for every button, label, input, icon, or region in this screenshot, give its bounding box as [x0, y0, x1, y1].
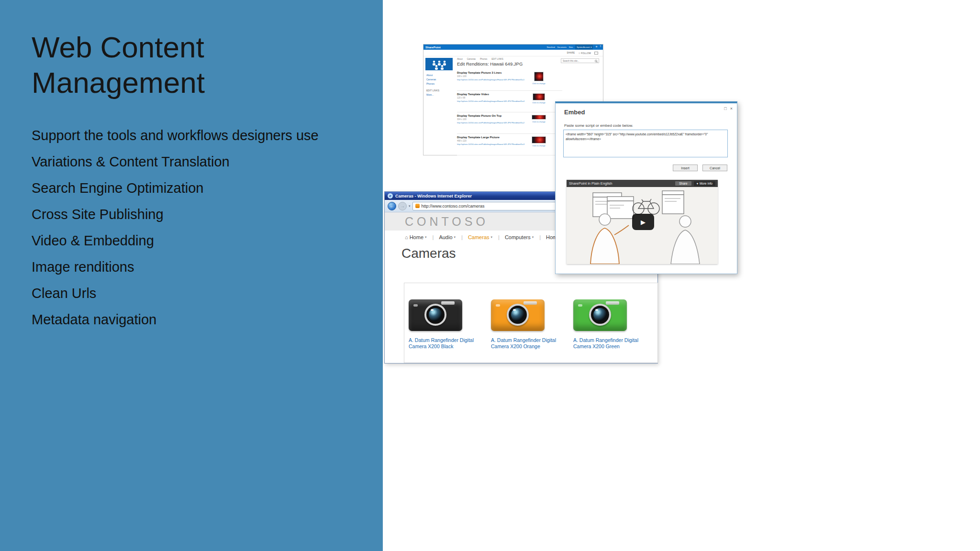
maximize-icon[interactable]: □ — [724, 106, 726, 111]
forward-arrow-icon: → — [400, 203, 405, 209]
search-box — [561, 58, 599, 63]
rendition-section: Display Template Video 120 x 68 http://s… — [457, 91, 562, 112]
favicon — [415, 204, 420, 208]
renditions-list: Display Template Picture 3 Lines 100 x 1… — [457, 69, 562, 155]
home-icon: ⌂ — [405, 234, 408, 240]
rendition-title: Display Template Picture On Top — [457, 114, 562, 117]
nav-item-computers[interactable]: Computers ▾ — [505, 234, 541, 240]
rendition-url[interactable]: http://sphere-10150.sites.net/Publishing… — [457, 78, 528, 81]
product-link[interactable]: A. Datum Rangefinder Digital Camera X200… — [409, 337, 480, 350]
sidebar-item-about[interactable]: About — [426, 73, 455, 77]
chevron-down-icon: ▾ — [491, 235, 493, 239]
rendition-url[interactable]: http://sphere-10150.sites.net/Publishing… — [457, 100, 528, 102]
breadcrumb-item[interactable]: Cameras — [467, 58, 476, 60]
click-to-change-link[interactable]: Click to change — [531, 121, 546, 123]
breadcrumb-item[interactable]: EDIT LINKS — [491, 58, 503, 60]
rendition-section: Display Template Large Picture 468 x 220… — [457, 134, 562, 155]
suite-link-sites[interactable]: Sites — [569, 46, 573, 48]
click-to-change-link[interactable]: Click to change — [531, 144, 546, 147]
nav-item-audio[interactable]: Audio ▾ — [439, 234, 463, 240]
rendition-section: Display Template Picture 3 Lines 100 x 1… — [457, 69, 562, 91]
click-to-change-link[interactable]: Click to change — [531, 101, 546, 104]
back-button[interactable]: ← — [388, 202, 396, 210]
suite-link-documents[interactable]: Documents — [557, 46, 567, 48]
nav-item-home[interactable]: ⌂ Home ▾ — [405, 234, 434, 240]
product-image-camera-orange[interactable] — [491, 299, 545, 331]
back-arrow-icon: ← — [390, 203, 394, 209]
product-card: A. Datum Rangefinder Digital Camera X200… — [491, 299, 563, 350]
chevron-down-icon[interactable]: ▾ — [409, 204, 411, 208]
sharepoint-brand: SharePoint — [425, 46, 441, 49]
bullet-item: Cross Site Publishing — [32, 201, 367, 228]
account-menu[interactable]: System Account ▾ — [575, 44, 593, 50]
edit-icon[interactable] — [594, 52, 598, 55]
camera-shutter — [441, 301, 455, 305]
product-link[interactable]: A. Datum Rangefinder Digital Camera X200… — [491, 337, 563, 350]
help-icon[interactable]: ? — [600, 46, 601, 48]
search-input[interactable] — [563, 60, 594, 62]
product-link[interactable]: A. Datum Rangefinder Digital Camera X200… — [573, 337, 645, 350]
chevron-down-icon: ▾ — [591, 46, 592, 48]
video-title: SharePoint in Plain English — [569, 181, 673, 186]
rendition-thumbnail[interactable] — [532, 115, 546, 120]
embed-code-input[interactable]: <iframe width="560" height="315" src="ht… — [563, 130, 728, 157]
rendition-thumbnail-wrap: Click to change — [531, 93, 546, 104]
rendition-size: 100 x 100 — [457, 75, 562, 77]
dialog-instruction: Paste some script or embed code below. — [564, 123, 633, 128]
rendition-url[interactable]: http://sphere-10150.sites.net/Publishing… — [457, 121, 528, 124]
account-name: System Account — [577, 46, 590, 48]
site-logo-text: CONTOSO — [405, 215, 489, 229]
breadcrumb-item[interactable]: Phones — [480, 58, 487, 60]
quick-launch: About Cameras Phones EDIT LINKS More... — [426, 73, 455, 97]
share-button[interactable]: Share — [675, 181, 691, 186]
camera-shutter — [523, 301, 537, 305]
sidebar-item-more[interactable]: More... — [426, 93, 455, 97]
cancel-button[interactable]: Cancel — [702, 165, 727, 171]
click-to-change-link[interactable]: Click to change — [531, 82, 546, 85]
gear-icon[interactable]: ⚙ — [595, 46, 597, 48]
camera-flash — [578, 304, 582, 307]
play-button[interactable]: ▶ — [632, 214, 654, 230]
rendition-thumbnail[interactable] — [534, 72, 544, 81]
video-preview: SharePoint in Plain English Share ▾ More… — [567, 180, 718, 264]
video-frame: ▶ — [567, 187, 718, 264]
close-icon[interactable]: × — [730, 106, 733, 111]
suite-link-newsfeed[interactable]: Newsfeed — [547, 46, 555, 48]
star-icon: ☆ — [578, 52, 580, 55]
insert-button[interactable]: Insert — [673, 165, 698, 171]
nav-item-cameras[interactable]: Cameras ▾ — [468, 234, 500, 240]
embed-dialog: □ × Embed Paste some script or embed cod… — [555, 101, 737, 274]
more-info-label: More info — [700, 182, 713, 185]
more-info-button[interactable]: ▾ More info — [694, 181, 715, 186]
rendition-size: 120 x 68 — [457, 97, 562, 99]
product-image-camera-green[interactable] — [573, 299, 627, 331]
sidebar-item-edit-links[interactable]: EDIT LINKS — [426, 88, 455, 93]
rendition-title: Display Template Large Picture — [457, 136, 562, 139]
rendition-thumbnail-wrap: Click to change — [531, 115, 546, 123]
bullet-item: Support the tools and workflows designer… — [32, 122, 367, 149]
rendition-thumbnail-wrap: Click to change — [531, 136, 546, 147]
follow-button[interactable]: ☆FOLLOW — [578, 52, 591, 55]
sidebar-item-phones[interactable]: Phones — [426, 82, 455, 86]
rendition-section: Display Template Picture On Top 304 x 10… — [457, 112, 562, 134]
product-image-camera-black[interactable] — [409, 299, 462, 331]
rendition-thumbnail[interactable] — [533, 93, 545, 100]
bullet-item: Clean Urls — [32, 280, 367, 307]
url-text: http://www.contoso.com/cameras — [422, 204, 485, 209]
breadcrumb-item[interactable]: About — [457, 58, 463, 60]
follow-label: FOLLOW — [581, 52, 591, 55]
search-icon[interactable] — [595, 60, 597, 62]
sidebar-item-cameras[interactable]: Cameras — [426, 77, 455, 82]
forward-button[interactable]: → — [398, 202, 407, 210]
sharepoint-ribbon: SHARE ☆FOLLOW — [423, 50, 603, 56]
rendition-url[interactable]: http://sphere-10150.sites.net/Publishing… — [457, 143, 528, 145]
bullet-item: Video & Embedding — [32, 228, 367, 254]
site-logo[interactable] — [425, 58, 453, 70]
product-card: A. Datum Rangefinder Digital Camera X200… — [573, 299, 645, 350]
chevron-down-icon: ▾ — [454, 235, 456, 239]
share-button[interactable]: SHARE — [567, 52, 575, 54]
nav-label: Audio — [439, 234, 452, 240]
rendition-thumbnail[interactable] — [532, 136, 546, 143]
breadcrumb: About Cameras Phones EDIT LINKS — [457, 58, 503, 60]
play-icon: ▶ — [641, 219, 646, 225]
